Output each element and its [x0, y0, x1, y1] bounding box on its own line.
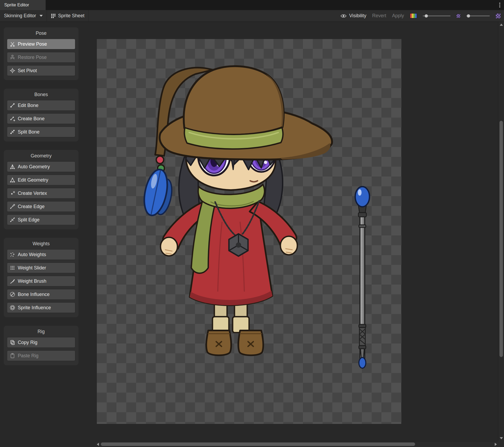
- section-weights: Weights Auto Weights Weight Slider: [4, 238, 79, 317]
- set-pivot-icon: [10, 68, 15, 74]
- feather-charm: [141, 167, 176, 219]
- preview-pose-icon: [10, 41, 15, 47]
- button-label: Auto Geometry: [18, 164, 50, 170]
- paste-rig-icon: [10, 353, 15, 359]
- weight-brush-button[interactable]: Weight Brush: [7, 276, 75, 286]
- tab-sprite-editor[interactable]: Sprite Editor: [0, 0, 46, 10]
- section-title: Pose: [7, 31, 75, 36]
- auto-weights-icon: [10, 252, 15, 257]
- button-label: Create Edge: [18, 204, 45, 209]
- button-label: Split Bone: [18, 129, 40, 135]
- bone-influence-button[interactable]: Bone Influence: [7, 289, 75, 300]
- weight-slider-button[interactable]: Weight Slider: [7, 263, 75, 273]
- button-label: Bone Influence: [18, 292, 50, 297]
- edit-geometry-button[interactable]: Edit Geometry: [7, 175, 75, 185]
- create-bone-icon: [10, 116, 15, 122]
- edit-bone-button[interactable]: Edit Bone: [7, 100, 75, 111]
- section-title: Bones: [7, 92, 75, 97]
- slider-knob[interactable]: [467, 14, 470, 18]
- checker-pattern-icon[interactable]: [456, 14, 460, 18]
- button-label: Edit Geometry: [18, 177, 48, 183]
- kebab-menu-icon[interactable]: [499, 3, 500, 7]
- mode-dropdown-label: Skinning Editor: [4, 13, 36, 19]
- sprite-sheet-label: Sprite Sheet: [58, 13, 84, 19]
- restore-pose-button[interactable]: Restore Pose: [7, 52, 75, 63]
- button-label: Create Bone: [18, 116, 45, 122]
- button-label: Copy Rig: [18, 340, 37, 345]
- bone-influence-icon: [10, 291, 15, 297]
- chevron-down-icon: [40, 15, 43, 17]
- sprite-influence-button[interactable]: Sprite Influence: [7, 302, 75, 313]
- apply-button[interactable]: Apply: [392, 13, 404, 19]
- scroll-up-arrow-icon[interactable]: [500, 24, 503, 26]
- split-edge-button[interactable]: Split Edge: [7, 214, 75, 225]
- section-rig: Rig Copy Rig Paste Rig: [4, 326, 79, 365]
- slider-knob[interactable]: [425, 14, 428, 18]
- button-label: Weight Brush: [18, 278, 46, 284]
- split-bone-button[interactable]: Split Bone: [7, 127, 75, 137]
- vertical-scroll-thumb[interactable]: [499, 121, 503, 357]
- button-label: Preview Pose: [18, 41, 47, 47]
- section-title: Rig: [7, 329, 75, 334]
- create-vertex-icon: [10, 190, 15, 196]
- button-label: Paste Rig: [18, 353, 38, 359]
- auto-geometry-button[interactable]: Auto Geometry: [7, 161, 75, 172]
- staff-prop: [355, 187, 370, 368]
- section-bones: Bones Edit Bone Create Bone: [4, 89, 79, 141]
- window-tab-bar: Sprite Editor: [0, 0, 504, 10]
- color-swatch-icon[interactable]: [410, 13, 417, 18]
- sprite-influence-icon: [10, 305, 15, 311]
- button-label: Weight Slider: [18, 265, 46, 271]
- button-label: Edit Bone: [18, 103, 38, 108]
- button-label: Create Vertex: [18, 191, 47, 196]
- revert-button[interactable]: Revert: [372, 13, 386, 19]
- weight-slider-icon: [10, 265, 15, 271]
- section-title: Geometry: [7, 153, 75, 159]
- copy-rig-button[interactable]: Copy Rig: [7, 337, 75, 348]
- mode-dropdown[interactable]: Skinning Editor: [0, 10, 47, 22]
- scroll-left-arrow-icon[interactable]: [97, 443, 99, 446]
- grid-icon: [51, 14, 56, 18]
- set-pivot-button[interactable]: Set Pivot: [7, 65, 75, 76]
- button-label: Restore Pose: [18, 55, 47, 60]
- button-label: Split Edge: [18, 217, 40, 223]
- paste-rig-button[interactable]: Paste Rig: [7, 350, 75, 361]
- create-edge-button[interactable]: Create Edge: [7, 201, 75, 212]
- edit-geometry-icon: [10, 177, 15, 183]
- create-vertex-button[interactable]: Create Vertex: [7, 188, 75, 199]
- create-bone-button[interactable]: Create Bone: [7, 113, 75, 124]
- copy-rig-icon: [10, 339, 15, 345]
- scroll-down-arrow-icon[interactable]: [500, 437, 503, 439]
- toolbar: Skinning Editor Sprite Sheet: [0, 10, 504, 22]
- create-edge-icon: [10, 204, 15, 209]
- visibility-button[interactable]: Visibility: [340, 13, 366, 19]
- auto-geometry-icon: [10, 164, 15, 170]
- pattern-opacity-slider[interactable]: [466, 13, 490, 19]
- sprite-editor-window: Sprite Editor Skinning Editor Sprite She…: [0, 0, 504, 447]
- toolbar-separator: [88, 10, 89, 22]
- horizontal-scroll-thumb[interactable]: [101, 442, 415, 446]
- visibility-label: Visibility: [349, 13, 366, 19]
- vertical-scrollbar[interactable]: [498, 22, 504, 441]
- sprite-canvas[interactable]: [97, 39, 401, 424]
- overlay-opacity-slider[interactable]: [423, 13, 450, 19]
- button-label: Sprite Influence: [18, 305, 51, 311]
- button-label: Auto Weights: [18, 252, 46, 257]
- button-label: Set Pivot: [18, 68, 37, 74]
- horizontal-scrollbar[interactable]: [95, 441, 498, 447]
- section-title: Weights: [7, 241, 75, 247]
- section-pose: Pose Preview Pose Restore Pose: [4, 27, 79, 80]
- auto-weights-button[interactable]: Auto Weights: [7, 249, 75, 260]
- edit-bone-icon: [10, 102, 15, 108]
- restore-pose-icon: [10, 54, 15, 60]
- scrollbar-corner: [498, 441, 504, 447]
- split-bone-icon: [10, 129, 15, 135]
- sprite-sheet-button[interactable]: Sprite Sheet: [47, 10, 88, 22]
- eye-icon: [340, 14, 347, 18]
- preview-pose-button[interactable]: Preview Pose: [7, 39, 75, 49]
- scroll-right-arrow-icon[interactable]: [495, 443, 497, 446]
- checker-pattern-icon[interactable]: [496, 13, 501, 19]
- split-edge-icon: [10, 217, 15, 223]
- window-title: Sprite Editor: [4, 2, 29, 8]
- weight-brush-icon: [10, 278, 15, 284]
